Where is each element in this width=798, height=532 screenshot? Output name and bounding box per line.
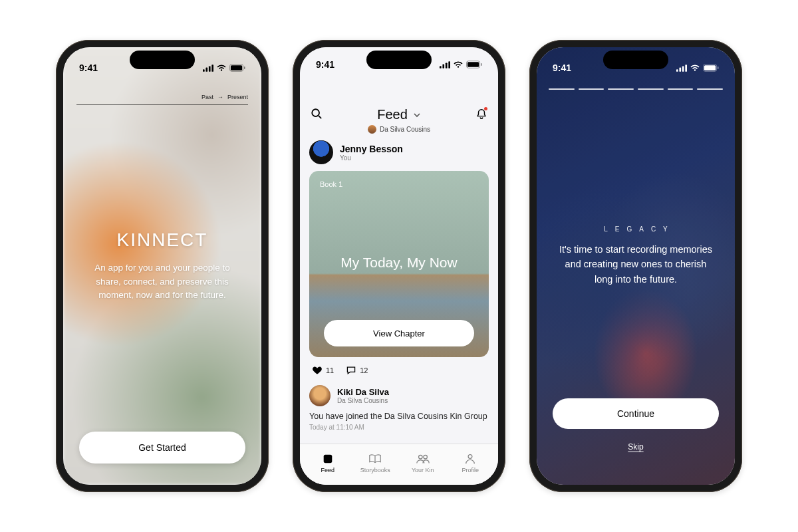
post-author-name: Jenny Besson	[340, 144, 403, 154]
comment-icon	[346, 365, 356, 376]
wifi-icon	[453, 61, 464, 68]
continue-button[interactable]: Continue	[553, 398, 719, 429]
post-timestamp: Today at 11:10 AM	[309, 424, 489, 431]
tab-label: Storybooks	[360, 467, 390, 473]
your-kin-icon	[416, 453, 430, 465]
wifi-icon	[690, 65, 700, 72]
onboarding-eyebrow: LEGACY	[597, 225, 675, 233]
signal-icon	[440, 61, 450, 68]
phone-onboarding: 9:41 LEGACY It's time to start recording…	[529, 40, 742, 492]
svg-rect-16	[323, 455, 332, 464]
battery-icon	[229, 64, 245, 72]
tab-storybooks[interactable]: Storybooks	[352, 453, 400, 473]
svg-point-14	[312, 109, 319, 116]
svg-rect-6	[244, 66, 245, 69]
chevron-down-icon	[413, 111, 421, 119]
phone-splash: 9:41 Past → Present KINNECT An app for y…	[56, 40, 269, 492]
battery-icon	[466, 61, 482, 68]
svg-point-18	[418, 456, 422, 460]
svg-rect-23	[682, 66, 684, 71]
page-title: Feed	[377, 107, 408, 122]
svg-rect-22	[679, 67, 681, 71]
wifi-icon	[216, 65, 227, 72]
tab-your-kin[interactable]: Your Kin	[399, 453, 447, 473]
search-icon[interactable]	[311, 108, 323, 122]
profile-icon	[464, 453, 476, 465]
storybooks-icon	[368, 453, 382, 465]
feed-title-dropdown[interactable]: Feed	[377, 107, 421, 122]
chapter-title: My Today, My Now	[309, 255, 489, 271]
comment-count: 12	[360, 366, 368, 374]
svg-rect-8	[442, 64, 444, 68]
dynamic-island	[603, 51, 668, 69]
book-label: Book 1	[320, 180, 342, 188]
skip-label: Skip	[628, 442, 643, 452]
post-author-row[interactable]: Kiki Da Silva Da Silva Cousins	[309, 385, 489, 406]
tab-label: Profile	[462, 467, 479, 473]
svg-point-20	[468, 455, 472, 459]
tab-bar: Feed Storybooks Your Kin Profile	[300, 444, 498, 485]
post-author-name: Kiki Da Silva	[337, 387, 389, 397]
post-author-relation: Da Silva Cousins	[337, 397, 389, 404]
avatar	[309, 385, 331, 406]
feed-icon	[322, 453, 334, 465]
group-avatar	[368, 125, 376, 134]
dynamic-island	[366, 51, 432, 69]
tab-label: Feed	[321, 467, 334, 473]
avatar	[309, 140, 333, 164]
svg-rect-27	[718, 66, 718, 69]
view-chapter-button[interactable]: View Chapter	[324, 320, 474, 346]
svg-rect-1	[205, 67, 207, 71]
signal-icon	[676, 65, 687, 72]
like-button[interactable]: 11	[312, 365, 334, 376]
comment-button[interactable]: 12	[346, 365, 368, 376]
status-time: 9:41	[79, 63, 98, 73]
app-tagline: An app for you and your people to share,…	[83, 261, 241, 303]
svg-rect-12	[467, 62, 479, 67]
svg-rect-5	[231, 65, 242, 70]
onboarding-text: It's time to start recording memories an…	[555, 242, 716, 287]
svg-rect-9	[446, 63, 448, 68]
svg-rect-3	[211, 65, 213, 72]
dynamic-island	[130, 51, 195, 69]
svg-point-19	[424, 456, 428, 460]
svg-rect-26	[704, 65, 716, 70]
like-count: 11	[326, 366, 334, 374]
svg-rect-24	[685, 65, 687, 72]
bell-icon[interactable]	[475, 108, 487, 122]
get-started-button[interactable]: Get Started	[79, 432, 245, 464]
post-author-row[interactable]: Jenny Besson You	[309, 140, 489, 164]
svg-rect-0	[203, 69, 205, 72]
view-chapter-label: View Chapter	[373, 329, 425, 338]
get-started-label: Get Started	[138, 442, 186, 453]
tab-profile[interactable]: Profile	[447, 453, 495, 473]
tab-feed[interactable]: Feed	[304, 453, 352, 473]
post-text: You have joined the Da Silva Cousins Kin…	[309, 412, 489, 421]
notification-dot-icon	[484, 107, 487, 110]
svg-rect-7	[440, 66, 442, 68]
continue-label: Continue	[617, 408, 654, 419]
svg-rect-21	[676, 69, 678, 72]
svg-rect-2	[209, 66, 211, 71]
tab-label: Your Kin	[412, 467, 434, 473]
feed-group-label: Da Silva Cousins	[380, 126, 430, 133]
post-author-relation: You	[340, 154, 403, 162]
status-time: 9:41	[316, 59, 334, 70]
battery-icon	[703, 64, 719, 72]
app-logo-text: KINNECT	[117, 229, 208, 251]
skip-link[interactable]: Skip	[537, 442, 735, 452]
svg-line-15	[319, 116, 321, 118]
svg-rect-13	[481, 63, 481, 66]
heart-icon	[312, 365, 323, 376]
signal-icon	[203, 65, 213, 72]
svg-rect-10	[448, 61, 450, 68]
status-time: 9:41	[553, 63, 571, 73]
story-card[interactable]: Book 1 My Today, My Now View Chapter	[309, 171, 489, 357]
phone-feed: 9:41 Feed	[293, 40, 505, 492]
feed-group-selector[interactable]: Da Silva Cousins	[300, 125, 498, 134]
